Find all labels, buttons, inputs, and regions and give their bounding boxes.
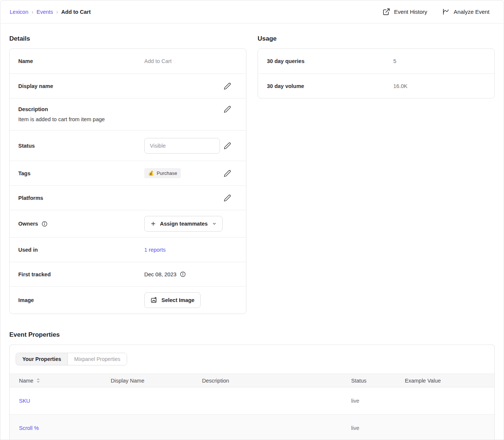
event-properties-section: Event Properties Your Properties Mixpane… [9, 331, 495, 440]
info-icon[interactable] [180, 271, 186, 277]
column-header-example-value: Example Value [405, 378, 494, 384]
detail-row-name: Name Add to Cart [10, 49, 246, 73]
usage-row-volume: 30 day volume 16.0K [258, 73, 494, 98]
property-row-sku[interactable]: SKU live [10, 387, 494, 415]
assign-teammates-button[interactable]: Assign teammates [144, 216, 223, 232]
edit-platforms-button[interactable] [224, 194, 231, 202]
top-bar: Lexicon › Events › Add to Cart Event His… [0, 0, 504, 23]
tag-label: Purchase [157, 170, 177, 176]
column-header-description: Description [202, 378, 351, 384]
tab-your-properties[interactable]: Your Properties [16, 353, 68, 365]
first-tracked-value: Dec 08, 2023 [144, 271, 176, 277]
sort-icon[interactable] [36, 378, 40, 383]
event-properties-title: Event Properties [9, 331, 495, 339]
name-value: Add to Cart [144, 58, 171, 64]
event-history-button[interactable]: Event History [382, 8, 427, 16]
event-properties-card: Your Properties Mixpanel Properties Name… [9, 345, 495, 440]
display-name-label: Display name [18, 83, 144, 89]
tags-label: Tags [18, 170, 144, 176]
edit-description-button[interactable] [224, 106, 231, 113]
detail-row-description: Description Item is added to cart from i… [10, 98, 246, 130]
pencil-icon [224, 170, 231, 177]
external-link-icon [382, 8, 390, 16]
status-input[interactable] [144, 138, 220, 154]
detail-row-platforms: Platforms [10, 185, 246, 210]
description-label: Description [18, 106, 144, 112]
edit-status-button[interactable] [224, 142, 231, 150]
detail-row-image: Image Select Image [10, 286, 246, 314]
volume-label: 30 day volume [267, 83, 393, 89]
money-bag-icon: 💰 [148, 170, 154, 176]
column-header-name[interactable]: Name [19, 378, 34, 384]
used-in-reports-link[interactable]: 1 reports [144, 247, 166, 253]
breadcrumb-lexicon[interactable]: Lexicon [10, 9, 28, 15]
properties-table-header: Name Display Name Description Status Exa… [10, 374, 494, 387]
first-tracked-label: First tracked [18, 271, 144, 277]
used-in-label: Used in [18, 247, 144, 253]
usage-column: Usage 30 day queries 5 30 day volume 16.… [258, 23, 495, 314]
detail-row-used-in: Used in 1 reports [10, 237, 246, 262]
analyze-event-button[interactable]: Analyze Event [442, 8, 489, 16]
detail-row-status: Status [10, 130, 246, 161]
chevron-right-icon: › [56, 9, 58, 15]
pencil-icon [224, 82, 231, 90]
usage-card: 30 day queries 5 30 day volume 16.0K [258, 48, 495, 98]
queries-value: 5 [393, 58, 396, 64]
tab-mixpanel-properties[interactable]: Mixpanel Properties [68, 353, 127, 365]
description-text: Item is added to cart from item page [18, 116, 231, 122]
usage-title: Usage [258, 35, 495, 43]
pencil-icon [224, 194, 231, 202]
assign-teammates-label: Assign teammates [160, 221, 208, 227]
property-status: live [351, 398, 405, 404]
details-title: Details [9, 35, 246, 43]
select-image-button[interactable]: Select Image [144, 292, 201, 308]
main-content: Details Name Add to Cart Display name [0, 23, 504, 440]
event-history-label: Event History [394, 9, 427, 15]
chevron-right-icon: › [32, 9, 33, 15]
name-label: Name [18, 58, 144, 64]
usage-row-queries: 30 day queries 5 [258, 49, 494, 73]
analyze-event-label: Analyze Event [454, 9, 489, 15]
line-chart-icon [442, 8, 450, 16]
edit-tags-button[interactable] [224, 170, 231, 177]
column-header-display-name: Display Name [111, 378, 202, 384]
header-actions: Event History Analyze Event [382, 8, 489, 16]
tag-chip-purchase[interactable]: 💰 Purchase [144, 168, 181, 178]
details-column: Details Name Add to Cart Display name [9, 23, 246, 314]
detail-row-tags: Tags 💰 Purchase [10, 161, 246, 185]
properties-tabs: Your Properties Mixpanel Properties [10, 345, 494, 374]
select-image-label: Select Image [161, 297, 195, 303]
detail-row-first-tracked: First tracked Dec 08, 2023 [10, 262, 246, 286]
property-name-link[interactable]: Scroll % [19, 425, 111, 431]
owners-label: Owners [18, 221, 38, 227]
column-header-status: Status [351, 378, 405, 384]
app-window: Lexicon › Events › Add to Cart Event His… [0, 0, 504, 440]
platforms-label: Platforms [18, 195, 144, 201]
chevron-down-icon [212, 221, 217, 226]
pencil-icon [224, 106, 231, 113]
breadcrumb-current-event: Add to Cart [61, 9, 91, 15]
property-row-scroll[interactable]: Scroll % live [10, 415, 494, 440]
detail-row-owners: Owners Assign teammates [10, 210, 246, 237]
volume-value: 16.0K [393, 83, 407, 89]
breadcrumb-events[interactable]: Events [37, 9, 53, 15]
details-card: Name Add to Cart Display name [9, 48, 246, 314]
image-icon [150, 296, 158, 304]
edit-display-name-button[interactable] [224, 82, 231, 90]
status-label: Status [18, 143, 144, 149]
pencil-icon [224, 142, 231, 150]
detail-row-display-name: Display name [10, 73, 246, 98]
property-status: live [351, 425, 405, 431]
queries-label: 30 day queries [267, 58, 393, 64]
property-name-link[interactable]: SKU [19, 398, 111, 404]
plus-icon [150, 221, 156, 227]
info-icon[interactable] [41, 221, 48, 227]
image-label: Image [18, 297, 144, 303]
breadcrumb: Lexicon › Events › Add to Cart [10, 9, 91, 15]
